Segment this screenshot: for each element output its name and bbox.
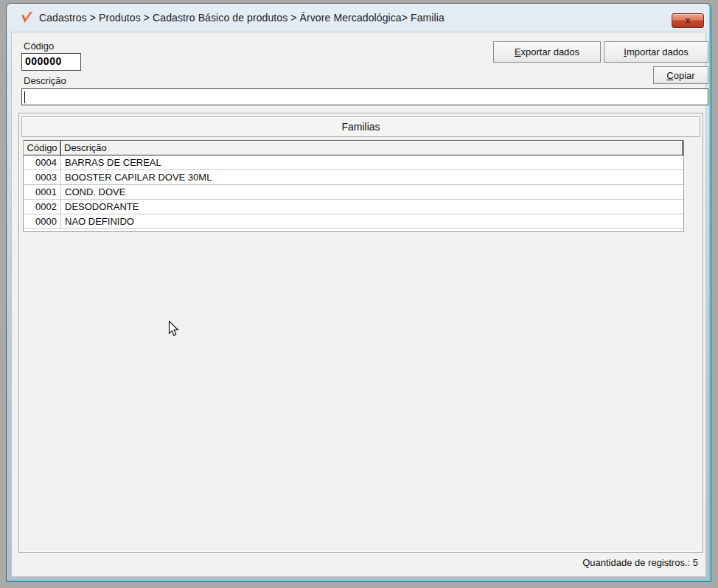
cell-codigo: 0004 bbox=[24, 155, 61, 169]
importar-dados-button[interactable]: Importar dados bbox=[604, 41, 708, 63]
table-row[interactable]: 0002 DESODORANTE bbox=[24, 200, 683, 214]
importar-label: mportar dados bbox=[627, 46, 689, 57]
titlebar[interactable]: Cadastros > Produtos > Cadastro Básico d… bbox=[7, 4, 711, 32]
descricao-input[interactable] bbox=[21, 88, 708, 105]
table-bottom-padding bbox=[24, 229, 683, 231]
table-header-row: Código Descrição bbox=[24, 140, 683, 155]
record-count-status: Quantidade de registros.: 5 bbox=[582, 557, 698, 568]
app-window: Cadastros > Produtos > Cadastro Básico d… bbox=[6, 3, 711, 582]
copiar-mnemonic: C bbox=[666, 70, 673, 81]
client-area: Código 000000 Exportar dados Importar da… bbox=[11, 32, 706, 577]
cell-codigo: 0001 bbox=[24, 185, 61, 199]
cell-codigo: 0002 bbox=[24, 200, 61, 214]
codigo-label: Código bbox=[24, 41, 54, 52]
table-row[interactable]: 0000 NAO DEFINIDO bbox=[24, 214, 683, 229]
exportar-mnemonic: E bbox=[515, 46, 521, 57]
cell-codigo: 0000 bbox=[24, 214, 61, 228]
cell-descricao: NAO DEFINIDO bbox=[61, 214, 683, 228]
familias-panel: Familias Código Descrição 0004 BARRAS DE… bbox=[18, 113, 703, 553]
familias-table[interactable]: Código Descrição 0004 BARRAS DE CEREAL 0… bbox=[23, 140, 684, 232]
copiar-button[interactable]: Copiar bbox=[653, 66, 708, 84]
text-caret bbox=[24, 91, 25, 103]
mouse-cursor-icon bbox=[168, 321, 179, 337]
familias-panel-title: Familias bbox=[21, 116, 700, 137]
cell-codigo: 0003 bbox=[24, 170, 61, 184]
exportar-dados-button[interactable]: Exportar dados bbox=[493, 41, 601, 63]
table-row[interactable]: 0004 BARRAS DE CEREAL bbox=[24, 155, 683, 170]
app-logo-check-icon bbox=[20, 11, 33, 24]
column-header-codigo[interactable]: Código bbox=[24, 141, 61, 155]
descricao-label: Descrição bbox=[24, 75, 66, 86]
column-header-descricao[interactable]: Descrição bbox=[61, 141, 683, 155]
copiar-label: opiar bbox=[674, 70, 695, 81]
cell-descricao: BARRAS DE CEREAL bbox=[61, 155, 683, 169]
table-row[interactable]: 0003 BOOSTER CAPILAR DOVE 30ML bbox=[24, 170, 683, 185]
cell-descricao: COND. DOVE bbox=[61, 185, 683, 199]
exportar-label: xportar dados bbox=[521, 46, 580, 57]
cell-descricao: DESODORANTE bbox=[61, 200, 683, 214]
codigo-input[interactable]: 000000 bbox=[21, 53, 81, 71]
table-row[interactable]: 0001 COND. DOVE bbox=[24, 185, 683, 200]
close-button[interactable]: x bbox=[672, 13, 704, 28]
window-title: Cadastros > Produtos > Cadastro Básico d… bbox=[39, 12, 445, 24]
cell-descricao: BOOSTER CAPILAR DOVE 30ML bbox=[61, 170, 683, 184]
